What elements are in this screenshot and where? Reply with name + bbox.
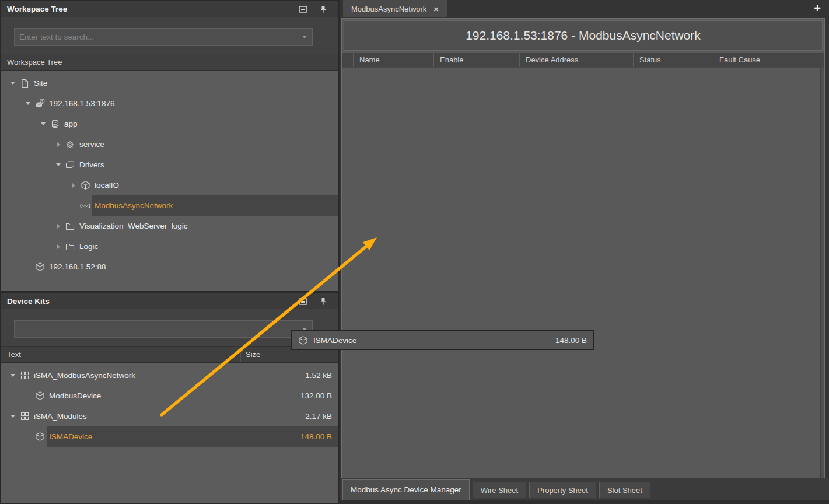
node-label: localIO bbox=[95, 181, 119, 190]
cube-icon bbox=[33, 391, 47, 401]
kit-icon bbox=[18, 371, 32, 380]
network-title: 192.168.1.53:1876 - ModbusAsyncNetwork bbox=[466, 29, 701, 43]
node-label: ModbusAsyncNetwork bbox=[95, 201, 173, 210]
expander[interactable] bbox=[54, 163, 63, 166]
node-label: 192.168.1.53:1876 bbox=[49, 99, 115, 108]
tree-row[interactable]: ModbusAsyncNetwork bbox=[1, 195, 338, 216]
collapse-icon[interactable] bbox=[26, 102, 30, 105]
expander[interactable] bbox=[8, 415, 18, 418]
column-header-name[interactable]: Name bbox=[354, 52, 434, 67]
tree-row[interactable]: Drivers bbox=[1, 155, 338, 175]
collapse-icon[interactable] bbox=[11, 374, 15, 377]
collapse-icon[interactable] bbox=[56, 163, 61, 166]
kit-row[interactable]: ModbusDevice132.00 B bbox=[1, 386, 338, 406]
device-kits-search-input[interactable] bbox=[15, 325, 302, 334]
expand-icon[interactable] bbox=[57, 142, 60, 147]
folder-icon bbox=[63, 243, 77, 251]
tree-row[interactable]: Visualization_WebServer_logic bbox=[1, 216, 338, 236]
node-label-cell: Logic bbox=[77, 236, 338, 257]
node-label-cell: Site bbox=[32, 73, 338, 93]
tree-row[interactable]: Site bbox=[1, 73, 338, 93]
workspace-tree-titlebar: Workspace Tree bbox=[1, 1, 338, 17]
node-size: 132.00 B bbox=[300, 391, 338, 400]
view-tab-modbus-async-device-manager[interactable]: Modbus Async Device Manager bbox=[342, 479, 470, 501]
kit-row[interactable]: ISMADevice148.00 B bbox=[1, 426, 338, 447]
tree-row[interactable]: service bbox=[1, 134, 338, 155]
column-header-status[interactable]: Status bbox=[634, 52, 713, 67]
cube-icon bbox=[78, 180, 92, 190]
node-label: service bbox=[79, 140, 104, 149]
node-label-cell: Visualization_WebServer_logic bbox=[77, 216, 338, 236]
pin-panel-icon[interactable] bbox=[318, 297, 328, 306]
expand-icon[interactable] bbox=[72, 183, 75, 188]
node-size: 2.17 kB bbox=[305, 412, 338, 421]
expander[interactable] bbox=[54, 142, 63, 147]
gear-icon bbox=[63, 140, 77, 149]
workspace-tree-panel: Workspace Tree Workspace Tree Site192.16… bbox=[1, 1, 338, 291]
maximize-panel-icon[interactable] bbox=[298, 5, 308, 14]
maximize-panel-icon[interactable] bbox=[298, 297, 308, 306]
node-label-cell: localIO bbox=[92, 175, 338, 195]
expander[interactable] bbox=[8, 374, 18, 377]
drag-ghost-size: 148.00 B bbox=[555, 336, 587, 345]
node-label: app bbox=[64, 120, 78, 128]
workspace-tree-title: Workspace Tree bbox=[7, 5, 67, 13]
serial-port-icon bbox=[78, 202, 92, 209]
node-label: Drivers bbox=[79, 160, 104, 169]
add-tab-icon[interactable]: + bbox=[810, 1, 824, 15]
collapse-icon[interactable] bbox=[41, 123, 46, 125]
node-label-cell: iSMA_ModbusAsyncNetwork1.52 kB bbox=[32, 365, 338, 386]
close-tab-icon[interactable]: × bbox=[433, 5, 439, 13]
workspace-tree-list: Site192.168.1.53:1876appserviceDriverslo… bbox=[1, 71, 338, 291]
node-label: Site bbox=[34, 79, 47, 88]
tab-label: ModbusAsyncNetwork bbox=[351, 5, 426, 13]
expander[interactable] bbox=[54, 244, 63, 249]
document-icon bbox=[18, 79, 32, 88]
expand-icon[interactable] bbox=[57, 244, 60, 249]
node-size: 148.00 B bbox=[300, 432, 338, 441]
tree-row[interactable]: 192.168.1.53:1876 bbox=[1, 93, 338, 114]
expander[interactable] bbox=[69, 183, 78, 188]
node-label-cell: Drivers bbox=[77, 155, 338, 175]
device-table-header: NameEnableDevice AddressStatusFault Caus… bbox=[342, 52, 824, 68]
expander[interactable] bbox=[23, 102, 33, 105]
tab-modbusasyncnetwork[interactable]: ModbusAsyncNetwork × bbox=[343, 0, 447, 18]
tree-row[interactable]: app bbox=[1, 114, 338, 134]
editor-area: ModbusAsyncNetwork × + 192.168.1.53:1876… bbox=[340, 0, 829, 504]
drivers-icon bbox=[63, 160, 77, 169]
column-header-device-address[interactable]: Device Address bbox=[520, 52, 634, 67]
controller-icon bbox=[33, 99, 47, 109]
view-tab-slot-sheet[interactable]: Slot Sheet bbox=[599, 482, 650, 498]
view-tab-property-sheet[interactable]: Property Sheet bbox=[529, 482, 596, 498]
expander[interactable] bbox=[8, 82, 18, 85]
tree-row[interactable]: localIO bbox=[1, 175, 338, 195]
row-selector-column bbox=[342, 52, 354, 67]
workspace-tree-column-header[interactable]: Workspace Tree bbox=[1, 54, 338, 71]
collapse-icon[interactable] bbox=[11, 415, 15, 418]
node-label-cell: iSMA_Modules2.17 kB bbox=[32, 406, 338, 426]
tree-row[interactable]: Logic bbox=[1, 236, 338, 257]
node-label-cell: service bbox=[77, 134, 338, 155]
device-table-body[interactable] bbox=[342, 68, 824, 478]
kit-row[interactable]: iSMA_ModbusAsyncNetwork1.52 kB bbox=[1, 365, 338, 386]
expander[interactable] bbox=[39, 123, 48, 125]
workspace-tree-search-input[interactable] bbox=[15, 33, 302, 41]
workspace-tree-search-area bbox=[1, 17, 338, 54]
view-tab-wire-sheet[interactable]: Wire Sheet bbox=[473, 482, 526, 498]
search-dropdown-icon[interactable] bbox=[302, 36, 307, 38]
pin-panel-icon[interactable] bbox=[318, 5, 328, 14]
device-kits-title: Device Kits bbox=[7, 297, 50, 306]
column-header-text[interactable]: Text bbox=[1, 350, 240, 359]
expander[interactable] bbox=[54, 224, 63, 229]
node-label: ModbusDevice bbox=[49, 391, 101, 400]
collapse-icon[interactable] bbox=[11, 82, 15, 85]
device-kits-panel: Device Kits Text Size iSMA_ModbusAsyncNe… bbox=[1, 293, 338, 503]
column-header-enable[interactable]: Enable bbox=[434, 52, 520, 67]
expand-icon[interactable] bbox=[57, 224, 60, 229]
node-label-cell: ModbusDevice132.00 B bbox=[47, 386, 338, 406]
vertical-scrollbar[interactable] bbox=[820, 68, 824, 478]
tree-row[interactable]: 192.168.1.52:88 bbox=[1, 257, 338, 277]
kit-row[interactable]: iSMA_Modules2.17 kB bbox=[1, 406, 338, 426]
column-header-fault-cause[interactable]: Fault Cause bbox=[713, 52, 824, 67]
node-label: 192.168.1.52:88 bbox=[49, 262, 106, 271]
